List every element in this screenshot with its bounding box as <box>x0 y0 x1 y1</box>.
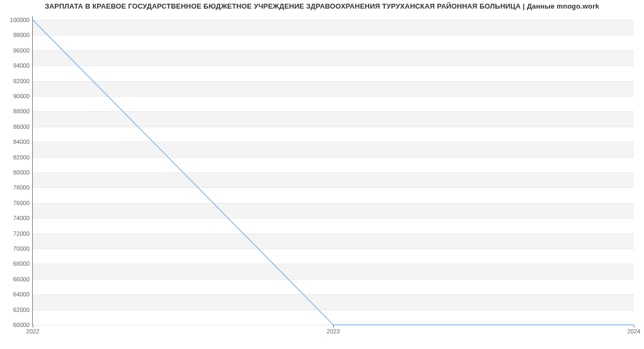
x-tick <box>33 325 33 328</box>
x-tick <box>333 325 334 328</box>
y-tick-label: 62000 <box>13 307 30 313</box>
y-tick-label: 76000 <box>13 200 30 206</box>
y-tick-label: 88000 <box>13 108 30 114</box>
y-tick-label: 74000 <box>13 215 30 221</box>
x-tick <box>634 325 634 328</box>
line-series <box>33 16 634 325</box>
y-tick-label: 70000 <box>13 245 30 252</box>
y-tick-label: 94000 <box>13 62 30 69</box>
y-tick-label: 72000 <box>13 230 30 237</box>
chart-title: ЗАРПЛАТА В КРАЕВОЕ ГОСУДАРСТВЕННОЕ БЮДЖЕ… <box>0 2 644 10</box>
y-tick-label: 86000 <box>13 123 30 130</box>
y-tick-label: 96000 <box>13 47 30 54</box>
x-tick-label: 2024 <box>627 328 640 335</box>
x-tick-label: 2022 <box>26 328 39 335</box>
y-tick-label: 92000 <box>13 78 30 84</box>
chart-container: ЗАРПЛАТА В КРАЕВОЕ ГОСУДАРСТВЕННОЕ БЮДЖЕ… <box>0 0 644 349</box>
y-tick-label: 64000 <box>13 291 30 297</box>
y-tick-label: 66000 <box>13 276 30 282</box>
x-tick-label: 2023 <box>327 328 340 335</box>
y-tick-label: 60000 <box>13 322 30 328</box>
plot-area: 6000062000640006600068000700007200074000… <box>32 16 634 325</box>
y-tick-label: 98000 <box>13 32 30 38</box>
y-tick-label: 80000 <box>13 169 30 176</box>
y-tick-label: 84000 <box>13 139 30 145</box>
data-line <box>33 20 634 325</box>
y-tick-label: 82000 <box>13 154 30 161</box>
y-tick-label: 78000 <box>13 184 30 191</box>
y-tick-label: 90000 <box>13 93 30 99</box>
y-tick-label: 100000 <box>10 17 30 23</box>
y-tick-label: 68000 <box>13 260 30 267</box>
